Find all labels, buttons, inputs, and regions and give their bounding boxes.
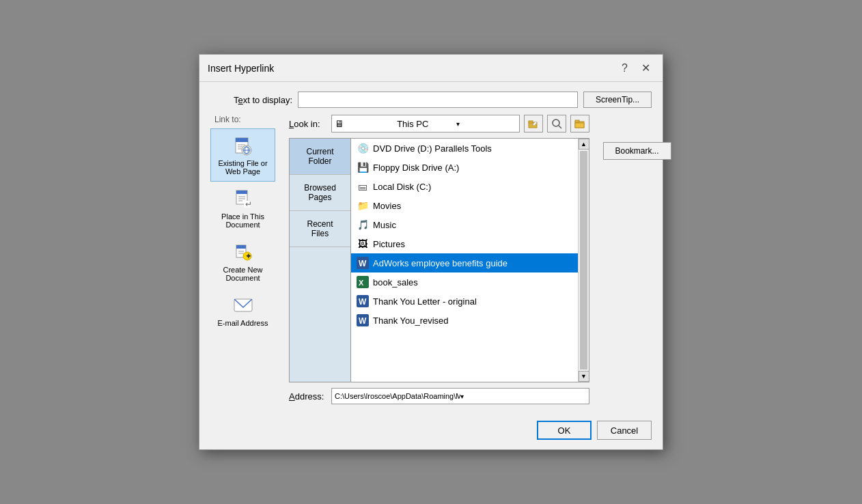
text-display-input[interactable]: AdWorks Employee Benefits Guide <box>298 92 578 108</box>
file-item-thank-you[interactable]: W Thank You Letter - original <box>351 292 589 311</box>
sidebar-item-new-label: Create New Document <box>214 266 272 282</box>
file-item-dvd[interactable]: 💿 DVD Drive (D:) Parallels Tools <box>351 139 589 158</box>
text-display-label-text: Text to display: <box>234 95 292 105</box>
hard-drive-icon: 🖴 <box>357 180 369 193</box>
folder-up-button[interactable] <box>524 115 543 132</box>
file-label-thank-you: Thank You Letter - original <box>373 296 477 307</box>
bookmark-button[interactable]: Bookmark... <box>603 142 671 160</box>
book-sales-excel-icon: X <box>357 276 369 288</box>
file-label-adworks: AdWorks employee benefits guide <box>373 258 508 268</box>
sidebar-item-email-label: E-mail Address <box>218 319 268 327</box>
disc-drive-icon: 💿 <box>357 142 369 154</box>
thank-you-rev-word-icon: W <box>357 314 369 326</box>
svg-text:W: W <box>359 297 367 307</box>
file-label-dvd: DVD Drive (D:) Parallels Tools <box>373 143 492 154</box>
two-col-layout: Link to: <box>210 115 652 404</box>
existing-file-icon <box>232 135 254 156</box>
category-recent-files[interactable]: RecentFiles <box>290 211 350 247</box>
svg-text:W: W <box>359 316 367 326</box>
dialog-title: Insert Hyperlink <box>208 63 274 74</box>
pc-icon: 🖥 <box>335 118 394 129</box>
scroll-up-button[interactable]: ▲ <box>579 139 589 150</box>
insert-hyperlink-dialog: Insert Hyperlink ? ✕ Text to display: Ad… <box>199 54 663 450</box>
folder-open-button[interactable] <box>570 115 589 132</box>
look-in-arrow: ▾ <box>456 120 516 128</box>
scroll-thumb[interactable] <box>580 151 587 369</box>
look-in-combo[interactable]: 🖥 This PC ▾ <box>331 115 520 132</box>
screentip-button[interactable]: ScreenTip... <box>583 92 652 108</box>
recent-files-label: RecentFiles <box>307 219 333 238</box>
bottom-row: OK Cancel <box>199 414 663 449</box>
svg-rect-24 <box>529 121 533 123</box>
movies-folder-icon: 📁 <box>357 199 369 212</box>
look-in-row: Look in: 🖥 This PC ▾ <box>289 115 589 132</box>
file-list-container: CurrentFolder BrowsedPages RecentFiles 💿 <box>289 138 589 382</box>
file-label-movies: Movies <box>373 201 401 211</box>
create-new-doc-icon: ✦ <box>232 241 254 263</box>
current-folder-label: CurrentFolder <box>306 147 333 166</box>
svg-rect-10 <box>236 191 247 194</box>
thank-you-word-icon: W <box>357 295 369 307</box>
category-current-folder[interactable]: CurrentFolder <box>290 139 350 175</box>
title-bar: Insert Hyperlink ? ✕ <box>199 55 663 82</box>
svg-text:✦: ✦ <box>245 252 251 260</box>
sidebar-item-place-label: Place in This Document <box>214 212 272 229</box>
file-label-local: Local Disk (C:) <box>373 182 431 192</box>
pictures-folder-icon: 🖼 <box>357 238 369 250</box>
svg-rect-29 <box>575 123 584 128</box>
search-web-button[interactable] <box>547 115 566 132</box>
file-label-book-sales: book_sales <box>373 277 418 288</box>
close-button[interactable]: ✕ <box>637 60 654 76</box>
file-item-music[interactable]: 🎵 Music <box>351 215 589 234</box>
scroll-down-button[interactable]: ▼ <box>579 371 589 382</box>
right-col: Bookmark... <box>596 115 671 404</box>
address-row: Address: C:\Users\lroscoe\AppData\Roamin… <box>289 388 589 404</box>
adworks-word-icon: W <box>357 257 369 269</box>
address-value: C:\Users\lroscoe\AppData\Roaming\Microso… <box>335 392 460 400</box>
svg-point-25 <box>553 120 559 126</box>
file-label-music: Music <box>373 220 396 230</box>
sidebar-item-email[interactable]: E-mail Address <box>210 288 275 333</box>
file-label-thank-you-rev: Thank You_revised <box>373 316 449 326</box>
music-folder-icon: 🎵 <box>357 219 369 231</box>
sidebar-item-existing-label: Existing File or Web Page <box>214 159 272 176</box>
file-item-book-sales[interactable]: X book_sales <box>351 272 589 292</box>
cancel-button[interactable]: Cancel <box>597 421 652 440</box>
file-item-floppy[interactable]: 💾 Floppy Disk Drive (A:) <box>351 158 589 177</box>
look-in-label: Look in: <box>289 119 327 129</box>
look-in-value: This PC <box>397 119 456 129</box>
file-label-pictures: Pictures <box>373 239 405 249</box>
file-item-adworks[interactable]: W AdWorks employee benefits guide <box>351 253 589 272</box>
svg-text:X: X <box>359 279 364 287</box>
address-label: Address: <box>289 391 327 402</box>
svg-rect-1 <box>236 138 248 142</box>
floppy-icon: 💾 <box>357 161 369 173</box>
category-panel: CurrentFolder BrowsedPages RecentFiles <box>290 139 351 382</box>
file-item-local[interactable]: 🖴 Local Disk (C:) <box>351 177 589 196</box>
address-combo[interactable]: C:\Users\lroscoe\AppData\Roaming\Microso… <box>331 388 589 404</box>
svg-line-26 <box>559 126 561 128</box>
sidebar-item-existing[interactable]: Existing File or Web Page <box>210 128 275 182</box>
title-bar-controls: ? ✕ <box>617 60 654 76</box>
files-panel: 💿 DVD Drive (D:) Parallels Tools 💾 Flopp… <box>351 139 589 382</box>
link-to-sidebar: Link to: <box>210 115 282 404</box>
file-item-pictures[interactable]: 🖼 Pictures <box>351 234 589 253</box>
file-item-thank-you-rev[interactable]: W Thank You_revised <box>351 311 589 330</box>
help-button[interactable]: ? <box>617 61 632 76</box>
category-browsed-pages[interactable]: BrowsedPages <box>290 175 350 211</box>
text-display-label: Text to display: <box>210 95 292 105</box>
svg-rect-17 <box>236 245 246 249</box>
sidebar-item-place[interactable]: ↵ Place in This Document <box>210 182 275 235</box>
svg-text:W: W <box>359 259 367 268</box>
link-to-label: Link to: <box>210 115 241 124</box>
file-list-scrollbar[interactable]: ▲ ▼ <box>578 139 589 382</box>
address-arrow: ▾ <box>460 393 586 400</box>
browsed-pages-label: BrowsedPages <box>304 183 336 202</box>
svg-text:↵: ↵ <box>245 199 252 209</box>
sidebar-item-new[interactable]: ✦ Create New Document <box>210 235 275 288</box>
svg-rect-28 <box>575 120 579 122</box>
ok-button[interactable]: OK <box>537 421 592 440</box>
center-col: Look in: 🖥 This PC ▾ <box>289 115 589 404</box>
text-display-row: Text to display: AdWorks Employee Benefi… <box>210 92 652 108</box>
file-item-movies[interactable]: 📁 Movies <box>351 196 589 215</box>
